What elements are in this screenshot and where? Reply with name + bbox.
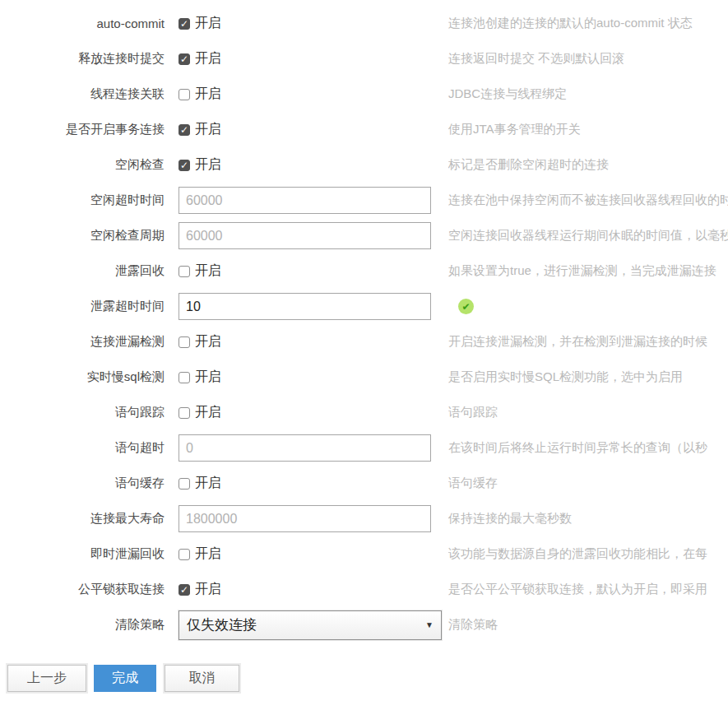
checkbox-on-label: 开启 (195, 333, 221, 350)
checkbox-on-label: 开启 (195, 156, 221, 174)
row-idle-timeout: 空闲超时时间 连接在池中保持空闲而不被连接回收器线程回收的时间 (0, 183, 728, 218)
idle-timeout-input[interactable] (179, 187, 431, 214)
field-label: 泄露回收 (0, 263, 165, 279)
transaction-connection-checkbox[interactable] (179, 124, 190, 136)
row-purge-policy: 清除策略 仅失效连接 ▼ 清除策略 (0, 607, 728, 643)
help-text: 开启连接泄漏检测，并在检测到泄漏连接的时候 (448, 334, 728, 350)
field-label: 清除策略 (0, 617, 165, 633)
checkbox-on-label: 开启 (195, 545, 221, 563)
field-label: 空闲检查周期 (0, 228, 165, 244)
idle-check-interval-input[interactable] (179, 222, 431, 249)
help-text: 连接在池中保持空闲而不被连接回收器线程回收的时间 (448, 193, 728, 208)
row-auto-commit: auto-commit 开启 连接池创建的连接的默认的auto-commit 状… (0, 6, 728, 41)
checkbox-on-label: 开启 (195, 50, 221, 67)
help-text: 保持连接的最大毫秒数 (448, 511, 728, 527)
field-label: 实时慢sql检测 (0, 369, 165, 385)
commit-on-release-checkbox[interactable] (179, 53, 190, 65)
help-text: 是否公平公平锁获取连接，默认为开启，即采用 (448, 582, 728, 597)
fair-lock-checkbox[interactable] (179, 584, 190, 596)
instant-leak-reclaim-checkbox[interactable] (179, 549, 190, 560)
row-thread-connection: 线程连接关联 开启 JDBC连接与线程绑定 (0, 77, 728, 112)
connection-pool-form: auto-commit 开启 连接池创建的连接的默认的auto-commit 状… (0, 0, 728, 643)
row-leak-timeout: 泄露超时时间 (0, 289, 728, 324)
cancel-button[interactable]: 取消 (165, 665, 239, 692)
help-status (448, 299, 728, 314)
field-label: 即时泄漏回收 (0, 546, 165, 562)
checkbox-on-label: 开启 (195, 404, 221, 421)
row-commit-on-release: 释放连接时提交 开启 连接返回时提交 不选则默认回滚 (0, 41, 728, 77)
purge-policy-selected-value: 仅失效连接 (187, 615, 257, 634)
field-label: auto-commit (0, 16, 165, 30)
connection-leak-detect-checkbox[interactable] (179, 336, 190, 348)
field-label: 释放连接时提交 (0, 51, 165, 67)
row-statement-trace: 语句跟踪 开启 语句跟踪 (0, 395, 728, 430)
row-statement-cache: 语句缓存 开启 语句缓存 (0, 466, 728, 501)
idle-check-checkbox[interactable] (179, 160, 190, 171)
statement-timeout-input[interactable] (179, 434, 431, 462)
row-connection-leak-detect: 连接泄漏检测 开启 开启连接泄漏检测，并在检测到泄漏连接的时候 (0, 324, 728, 360)
leak-timeout-input[interactable] (179, 293, 431, 320)
purge-policy-select[interactable]: 仅失效连接 ▼ (179, 610, 442, 640)
chevron-down-icon: ▼ (425, 620, 434, 629)
row-transaction-connection: 是否开启事务连接 开启 使用JTA事务管理的开关 (0, 112, 728, 147)
field-label: 语句缓存 (0, 476, 165, 491)
green-check-icon (458, 299, 474, 314)
help-text: 该功能与数据源自身的泄露回收功能相比，在每 (448, 546, 728, 562)
help-text: 连接返回时提交 不选则默认回滚 (448, 51, 728, 67)
prev-step-button[interactable]: 上一步 (7, 665, 86, 692)
field-label: 公平锁获取连接 (0, 582, 165, 597)
help-text: 是否启用实时慢SQL检测功能，选中为启用 (448, 369, 728, 385)
help-text: 标记是否删除空闲超时的连接 (448, 157, 728, 173)
field-label: 语句跟踪 (0, 405, 165, 420)
help-text: JDBC连接与线程绑定 (448, 86, 728, 102)
checkbox-on-label: 开启 (195, 369, 221, 386)
row-statement-timeout: 语句超时 在该时间后将终止运行时间异常长的查询（以秒 (0, 430, 728, 466)
field-label: 是否开启事务连接 (0, 122, 165, 137)
finish-button[interactable]: 完成 (94, 665, 156, 692)
help-text: 空闲连接回收器线程运行期间休眠的时间值，以毫秒 (448, 228, 728, 244)
auto-commit-checkbox[interactable] (179, 18, 190, 30)
checkbox-on-label: 开启 (195, 262, 221, 280)
help-text: 语句缓存 (448, 476, 728, 491)
field-label: 连接泄漏检测 (0, 334, 165, 350)
statement-trace-checkbox[interactable] (179, 407, 190, 419)
help-text: 如果设置为true，进行泄漏检测，当完成泄漏连接 (448, 263, 728, 279)
row-idle-check: 空闲检查 开启 标记是否删除空闲超时的连接 (0, 147, 728, 183)
row-fair-lock: 公平锁获取连接 开启 是否公平公平锁获取连接，默认为开启，即采用 (0, 572, 728, 607)
field-label: 连接最大寿命 (0, 511, 165, 527)
leak-reclaim-checkbox[interactable] (179, 266, 190, 277)
button-bar: 上一步 完成 取消 (0, 665, 728, 692)
slow-sql-detect-checkbox[interactable] (179, 372, 190, 383)
field-label: 空闲超时时间 (0, 193, 165, 208)
row-max-connection-lifetime: 连接最大寿命 保持连接的最大毫秒数 (0, 501, 728, 536)
checkbox-on-label: 开启 (195, 121, 221, 138)
checkbox-on-label: 开启 (195, 15, 221, 32)
row-slow-sql-detect: 实时慢sql检测 开启 是否启用实时慢SQL检测功能，选中为启用 (0, 360, 728, 395)
help-text: 清除策略 (448, 617, 728, 633)
row-idle-check-interval: 空闲检查周期 空闲连接回收器线程运行期间休眠的时间值，以毫秒 (0, 218, 728, 253)
row-leak-reclaim: 泄露回收 开启 如果设置为true，进行泄漏检测，当完成泄漏连接 (0, 253, 728, 289)
help-text: 在该时间后将终止运行时间异常长的查询（以秒 (448, 440, 728, 456)
row-instant-leak-reclaim: 即时泄漏回收 开启 该功能与数据源自身的泄露回收功能相比，在每 (0, 536, 728, 572)
field-label: 空闲检查 (0, 157, 165, 173)
checkbox-on-label: 开启 (195, 581, 221, 598)
field-label: 泄露超时时间 (0, 299, 165, 314)
help-text: 使用JTA事务管理的开关 (448, 122, 728, 137)
thread-connection-checkbox[interactable] (179, 89, 190, 100)
help-text: 语句跟踪 (448, 405, 728, 420)
field-label: 语句超时 (0, 440, 165, 456)
field-label: 线程连接关联 (0, 86, 165, 102)
checkbox-on-label: 开启 (195, 475, 221, 492)
max-connection-lifetime-input[interactable] (179, 505, 431, 532)
help-text: 连接池创建的连接的默认的auto-commit 状态 (448, 16, 728, 31)
checkbox-on-label: 开启 (195, 86, 221, 103)
statement-cache-checkbox[interactable] (179, 478, 190, 490)
